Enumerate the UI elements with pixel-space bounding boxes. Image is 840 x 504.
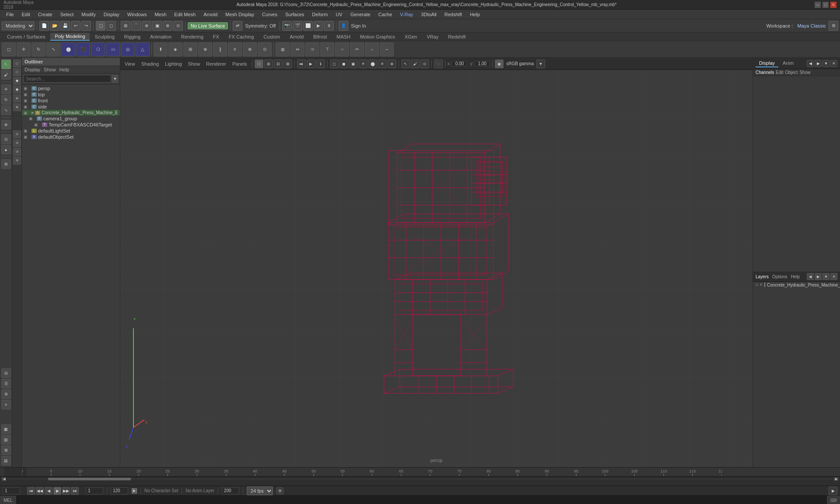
move-tool-btn[interactable]: ✛: [1, 84, 11, 94]
attr-editor-btn[interactable]: ☰: [1, 379, 11, 388]
timeline-scroll-left[interactable]: ◀: [2, 477, 6, 481]
no-live-surface-label[interactable]: No Live Surface: [188, 22, 228, 29]
ch-tab-object[interactable]: Object: [785, 70, 798, 75]
timeline-scroll-thumb[interactable]: [48, 478, 131, 480]
shelf-icon-bridge[interactable]: ⊞: [183, 42, 197, 56]
shelf-icon-merge[interactable]: ⊕: [198, 42, 212, 56]
outliner-menu-show[interactable]: Show: [44, 67, 56, 72]
select2-btn[interactable]: ◻: [106, 21, 116, 31]
undo-btn[interactable]: ↩: [71, 21, 80, 31]
shelf-tab-fx[interactable]: FX: [209, 33, 224, 40]
shelf-icon-fill-hole[interactable]: ○: [335, 42, 349, 56]
pause-btn[interactable]: ⏸: [324, 21, 334, 31]
vp-select-mode-btn[interactable]: ↖: [401, 60, 410, 68]
shelf-icon-extrude[interactable]: ⬆: [154, 42, 168, 56]
outliner-item-default-light-set[interactable]: ▣ L defaultLightSet: [22, 128, 120, 134]
vp-top-btn[interactable]: ⊠: [284, 60, 292, 68]
menu-curves[interactable]: Curves: [259, 11, 281, 18]
shelf-tab-rigging[interactable]: Rigging: [120, 33, 145, 40]
save-scene-btn[interactable]: 💾: [60, 21, 70, 31]
outliner-menu-display[interactable]: Display: [24, 67, 40, 72]
snap-more-btn[interactable]: ⊙: [173, 21, 183, 31]
shelf-icon-select[interactable]: ◻: [2, 42, 16, 56]
menu-cache[interactable]: Cache: [375, 11, 396, 18]
shelf-tab-poly-modeling[interactable]: Poly Modeling: [50, 33, 89, 41]
shelf-tab-custom[interactable]: Custom: [259, 33, 284, 40]
shelf-tab-xgen[interactable]: XGen: [400, 33, 421, 40]
ch-tab-edit[interactable]: Edit: [776, 70, 783, 75]
workspace-settings-btn[interactable]: ⚙: [829, 21, 838, 31]
panel-layout-4[interactable]: ▤: [1, 456, 11, 466]
layer-tab-options[interactable]: Options: [772, 274, 787, 279]
vp-menu-lighting[interactable]: Lighting: [162, 60, 185, 67]
outliner-item-front[interactable]: ▣ C front: [22, 98, 120, 104]
shelf-tab-fx-caching[interactable]: FX Caching: [224, 33, 258, 40]
shelf-icon-separate[interactable]: ⊙: [258, 42, 272, 56]
rp-collapse-btn[interactable]: ◀: [807, 60, 814, 67]
shelf-icon-scale[interactable]: ⤡: [46, 42, 60, 56]
menu-mesh-display[interactable]: Mesh Display: [222, 11, 258, 18]
menu-help[interactable]: Help: [466, 11, 483, 18]
select-tool-btn[interactable]: ↖: [1, 60, 11, 69]
vp-flat-btn[interactable]: ▣: [349, 60, 358, 68]
shelf-icon-boolean[interactable]: ⊃: [305, 42, 319, 56]
paint-select-btn[interactable]: 🖌: [1, 70, 11, 80]
timeline-ruler[interactable]: 0 5 10 15 20 25 30 35 40 45 50 55 60: [0, 468, 840, 476]
snap-curve-btn[interactable]: ⌒: [131, 21, 141, 31]
menu-edit[interactable]: Edit: [18, 11, 34, 18]
shelf-tab-sculpting[interactable]: Sculpting: [91, 33, 119, 40]
snap-center-btn[interactable]: ⊗: [163, 21, 172, 31]
layer-next-btn[interactable]: ▼: [822, 273, 830, 280]
viewport-canvas[interactable]: X Y Z: [120, 70, 752, 467]
shelf-icon-poly-torus[interactable]: ◎: [121, 42, 135, 56]
menu-generate[interactable]: Generate: [347, 11, 374, 18]
shelf-icon-loop[interactable]: ∥: [213, 42, 227, 56]
outliner-item-persp[interactable]: ▣ C persp: [22, 85, 120, 91]
vp-hud-btn[interactable]: ℹ: [316, 60, 325, 68]
menu-uv[interactable]: UV: [332, 11, 346, 18]
camera-btn[interactable]: 📷: [282, 21, 292, 31]
rp-tab-anim[interactable]: Anim: [779, 60, 797, 67]
shelf-tab-vray[interactable]: VRay: [422, 33, 443, 40]
layer-tab-layers[interactable]: Layers: [756, 274, 769, 279]
outliner-menu-help[interactable]: Help: [60, 67, 70, 72]
vp-menu-view[interactable]: View: [122, 60, 138, 67]
rp-more-btn[interactable]: ▼: [822, 60, 830, 67]
shelf-tab-bifrost[interactable]: Bifrost: [309, 33, 331, 40]
sub-tool-2[interactable]: ⬡: [13, 68, 21, 76]
bb-play-options-btn[interactable]: ▶: [829, 486, 837, 495]
sculpt-btn[interactable]: ▲: [1, 145, 11, 154]
signin-label[interactable]: Sign In: [349, 23, 368, 28]
shelf-tab-redshift[interactable]: Redshift: [444, 33, 470, 40]
layer-color-swatch[interactable]: [764, 283, 765, 287]
shelf-icon-offset[interactable]: ≡: [228, 42, 242, 56]
pb-step-back-btn[interactable]: ◀◀: [36, 487, 44, 495]
menu-windows[interactable]: Windows: [124, 11, 150, 18]
layer-close-btn[interactable]: ✕: [830, 273, 837, 280]
outliner-search-arrow[interactable]: ▼: [112, 75, 118, 83]
vp-shadow-btn[interactable]: ⬤: [368, 60, 377, 68]
sub-tool-8[interactable]: ②: [13, 139, 21, 147]
outliner-item-camera1group[interactable]: ▣ C camera1_group: [22, 116, 120, 122]
script-editor-btn[interactable]: ⌨: [826, 496, 840, 504]
shelf-tab-mash[interactable]: MASH: [332, 33, 355, 40]
shelf-tab-arnold[interactable]: Arnold: [285, 33, 308, 40]
sub-tool-9[interactable]: ③: [13, 148, 21, 156]
shelf-icon-connect[interactable]: ⊤: [320, 42, 334, 56]
menu-modify[interactable]: Modify: [78, 11, 99, 18]
outliner-item-concrete-group[interactable]: ▣ ▶ G Concrete_Hydraulic_Press_Machine_E: [22, 110, 120, 116]
panel-layout-3[interactable]: ⊠: [1, 445, 11, 455]
menu-3dtall[interactable]: 3DtoAll: [417, 11, 440, 18]
shelf-icon-poly-plane[interactable]: ▭: [106, 42, 120, 56]
vp-isolate-btn[interactable]: ⊕: [388, 60, 396, 68]
vp-color-mode-btn[interactable]: ◉: [495, 60, 504, 68]
menu-select[interactable]: Select: [57, 11, 77, 18]
show-manip-btn[interactable]: ⊞: [1, 159, 11, 169]
redo-btn[interactable]: ↪: [81, 21, 91, 31]
snap-surface-btn[interactable]: ▣: [152, 21, 162, 31]
scale-tool-btn[interactable]: ⤡: [1, 105, 11, 115]
new-scene-btn[interactable]: 📄: [39, 21, 49, 31]
vp-perspective-btn[interactable]: ⬡: [255, 60, 263, 68]
render-btn[interactable]: 🎬: [293, 21, 302, 31]
tool-settings-btn[interactable]: ⚙: [1, 389, 11, 399]
